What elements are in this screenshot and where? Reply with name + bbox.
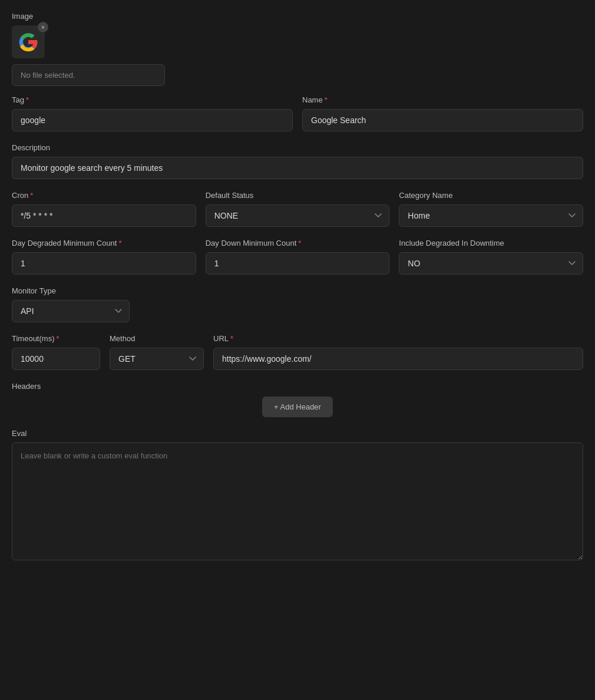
tag-group: Tag* [12, 95, 293, 131]
day-down-group: Day Down Minimum Count* [206, 239, 390, 275]
category-name-group: Category Name Home Work Other [399, 191, 583, 227]
default-status-group: Default Status NONE UP DOWN DEGRADED [206, 191, 390, 227]
headers-section: Headers + Add Header [12, 382, 583, 417]
degraded-down-include-row: Day Degraded Minimum Count* Day Down Min… [12, 239, 583, 275]
eval-textarea[interactable] [12, 443, 583, 560]
cron-label: Cron* [12, 191, 196, 200]
tag-name-row: Tag* Name* [12, 95, 583, 131]
name-input[interactable] [302, 109, 583, 131]
url-label: URL* [213, 334, 583, 343]
include-degraded-label: Include Degraded In Downtime [399, 239, 583, 247]
category-name-select-wrapper: Home Work Other [399, 204, 583, 227]
timeout-group: Timeout(ms)* [12, 334, 100, 370]
name-group: Name* [302, 95, 583, 131]
method-group: Method GET POST PUT DELETE PATCH [110, 334, 204, 370]
cron-required-star: * [30, 191, 33, 200]
include-degraded-group: Include Degraded In Downtime NO YES [399, 239, 583, 275]
image-section: Image × No file selected. [12, 12, 583, 86]
name-required-star: * [325, 95, 328, 104]
include-degraded-select[interactable]: NO YES [399, 252, 583, 275]
image-label: Image [12, 12, 583, 21]
category-name-label: Category Name [399, 191, 583, 200]
google-g-icon [18, 31, 39, 52]
remove-image-button[interactable]: × [38, 22, 48, 32]
timeout-method-url-row: Timeout(ms)* Method GET POST PUT DELETE … [12, 334, 583, 370]
description-input[interactable] [12, 157, 583, 179]
url-required-star: * [230, 334, 233, 343]
tag-input[interactable] [12, 109, 293, 131]
day-down-required-star: * [298, 239, 301, 247]
tag-required-star: * [26, 95, 29, 104]
tag-label: Tag* [12, 95, 293, 104]
eval-section: Eval [12, 429, 583, 562]
url-group: URL* [213, 334, 583, 370]
monitor-type-group: Monitor Type API HTTP TCP PING [12, 286, 583, 322]
monitor-type-select-wrapper: API HTTP TCP PING [12, 300, 130, 322]
description-label: Description [12, 143, 583, 152]
day-down-label: Day Down Minimum Count* [206, 239, 390, 247]
category-name-select[interactable]: Home Work Other [399, 204, 583, 227]
day-degraded-label: Day Degraded Minimum Count* [12, 239, 196, 247]
timeout-input[interactable] [12, 348, 100, 370]
timeout-label: Timeout(ms)* [12, 334, 100, 343]
method-label: Method [110, 334, 204, 343]
name-label: Name* [302, 95, 583, 104]
file-input-display[interactable]: No file selected. [12, 64, 165, 86]
description-group: Description [12, 143, 583, 179]
default-status-select[interactable]: NONE UP DOWN DEGRADED [206, 204, 390, 227]
headers-label: Headers [12, 382, 583, 391]
cron-status-category-row: Cron* Default Status NONE UP DOWN DEGRAD… [12, 191, 583, 227]
cron-group: Cron* [12, 191, 196, 227]
eval-label: Eval [12, 429, 583, 438]
day-degraded-input[interactable] [12, 252, 196, 275]
default-status-select-wrapper: NONE UP DOWN DEGRADED [206, 204, 390, 227]
default-status-label: Default Status [206, 191, 390, 200]
image-preview-container: × [12, 25, 45, 58]
method-select-wrapper: GET POST PUT DELETE PATCH [110, 348, 204, 370]
day-down-input[interactable] [206, 252, 390, 275]
day-degraded-group: Day Degraded Minimum Count* [12, 239, 196, 275]
include-degraded-select-wrapper: NO YES [399, 252, 583, 275]
monitor-type-select[interactable]: API HTTP TCP PING [12, 300, 130, 322]
method-select[interactable]: GET POST PUT DELETE PATCH [110, 348, 204, 370]
cron-input[interactable] [12, 204, 196, 227]
monitor-type-label: Monitor Type [12, 286, 583, 295]
timeout-required-star: * [56, 334, 59, 343]
day-degraded-required-star: * [118, 239, 121, 247]
url-input[interactable] [213, 348, 583, 370]
add-header-button[interactable]: + Add Header [262, 397, 333, 417]
